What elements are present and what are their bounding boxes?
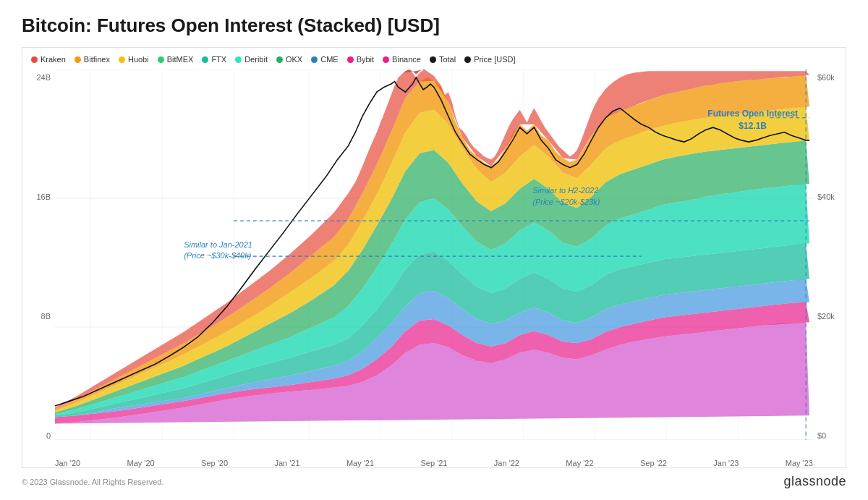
legend-label: Bitfinex <box>84 55 110 64</box>
legend-label: Kraken <box>41 55 66 64</box>
legend-dot <box>430 56 436 63</box>
legend-item-huobi: Huobi <box>119 55 149 64</box>
x-axis-label: May '22 <box>566 459 593 467</box>
legend-label: BitMEX <box>167 55 194 64</box>
chart-area: 24B16B8B0 <box>22 69 846 456</box>
legend-label: FTX <box>211 55 226 64</box>
x-axis: Jan '20May '20Sep '20Jan '21May '21Sep '… <box>22 456 846 467</box>
footer: © 2023 Glassnode. All Rights Reserved. g… <box>22 468 846 489</box>
x-axis-label: Jan '22 <box>494 459 519 467</box>
legend-dot <box>276 56 283 63</box>
legend-item-total: Total <box>430 55 456 64</box>
legend-item-okx: OKX <box>276 55 302 64</box>
x-axis-label: May '23 <box>786 459 813 467</box>
legend-label: Bybit <box>357 55 374 64</box>
legend-label: OKX <box>286 55 302 64</box>
legend-item-price [usd]: Price [USD] <box>464 55 515 64</box>
legend-label: Deribit <box>244 55 268 64</box>
legend-label: Huobi <box>128 55 149 64</box>
glassnode-brand: glassnode <box>783 474 846 489</box>
legend-item-cme: CME <box>311 55 338 64</box>
copyright-text: © 2023 Glassnode. All Rights Reserved. <box>22 478 163 486</box>
x-axis-label: Jan '21 <box>274 459 299 467</box>
y-axis-right-label: $0 <box>817 431 846 440</box>
x-axis-label: Sep '21 <box>421 459 448 467</box>
legend-item-ftx: FTX <box>202 55 226 64</box>
x-axis-label: Jan '23 <box>713 459 739 467</box>
legend-label: Price [USD] <box>474 55 515 64</box>
y-axis-left-label: 24B <box>22 73 51 82</box>
legend-dot <box>119 56 125 63</box>
legend-item-binance: Binance <box>383 55 421 64</box>
x-axis-label: Sep '20 <box>201 459 228 467</box>
legend-dot <box>464 56 471 63</box>
y-axis-right: $60k$40k$20k$0 <box>813 69 846 456</box>
legend-dot <box>383 56 389 63</box>
chart-container: KrakenBitfinexHuobiBitMEXFTXDeribitOKXCM… <box>22 47 846 468</box>
legend-dot <box>158 56 164 63</box>
annotation-h2-2022: Similar to H2-2022(Price ~$20k-$23k) <box>532 185 600 208</box>
page-title: Bitcoin: Futures Open Interest (Stacked)… <box>22 14 846 37</box>
legend-item-bybit: Bybit <box>347 55 374 64</box>
chart-inner: Similar to Jan-2021(Price ~$30k-$40k) Si… <box>55 69 813 456</box>
legend-item-bitmex: BitMEX <box>158 55 194 64</box>
x-axis-label: May '21 <box>346 459 374 467</box>
y-axis-left-label: 8B <box>22 312 51 321</box>
page: Bitcoin: Futures Open Interest (Stacked)… <box>0 0 868 500</box>
chart-legend: KrakenBitfinexHuobiBitMEXFTXDeribitOKXCM… <box>22 55 846 69</box>
legend-item-kraken: Kraken <box>31 55 66 64</box>
y-axis-left-label: 0 <box>22 431 51 440</box>
legend-item-bitfinex: Bitfinex <box>75 55 110 64</box>
y-axis-right-label: $40k <box>817 192 846 201</box>
y-axis-right-label: $20k <box>817 312 846 321</box>
y-axis-left-label: 16B <box>22 192 51 201</box>
legend-label: CME <box>320 55 338 64</box>
legend-dot <box>235 56 242 63</box>
x-axis-label: Jan '20 <box>55 459 80 467</box>
legend-label: Total <box>439 55 456 64</box>
annotation-jan2021: Similar to Jan-2021(Price ~$30k-$40k) <box>184 240 252 262</box>
legend-label: Binance <box>392 55 421 64</box>
legend-item-deribit: Deribit <box>235 55 268 64</box>
legend-dot <box>311 56 318 63</box>
y-axis-left: 24B16B8B0 <box>22 69 55 456</box>
legend-dot <box>31 56 38 63</box>
legend-dot <box>202 56 208 63</box>
y-axis-right-label: $60k <box>817 73 846 82</box>
legend-dot <box>75 56 81 63</box>
annotation-oi: Futures Open Interest$12.1B <box>707 108 798 132</box>
x-axis-label: Sep '22 <box>640 459 667 467</box>
x-axis-label: May '20 <box>127 459 155 467</box>
legend-dot <box>347 56 354 63</box>
